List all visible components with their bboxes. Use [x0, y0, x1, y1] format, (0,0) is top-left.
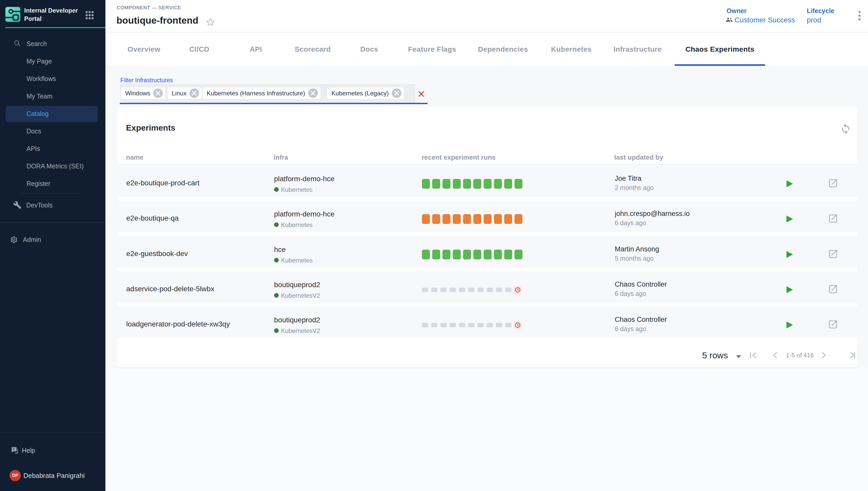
svg-text:?: ? — [12, 447, 15, 451]
